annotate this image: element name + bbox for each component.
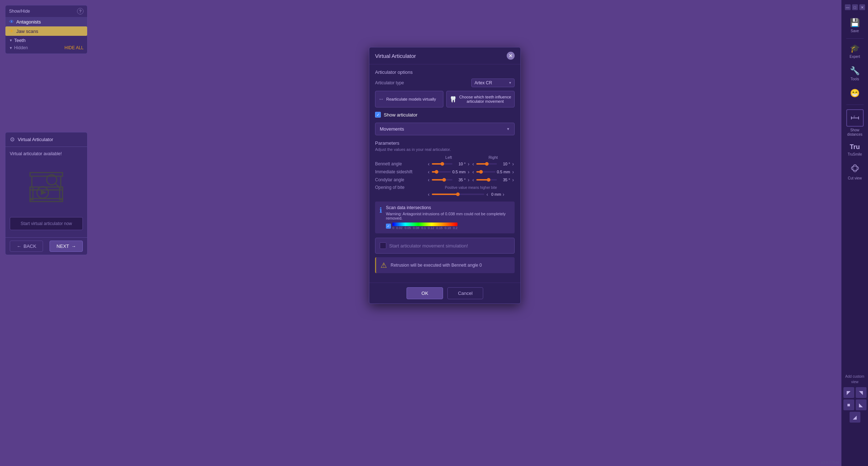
warning-icon: ⚠ [380,261,387,270]
condylar-right-inc[interactable]: › [511,177,515,183]
tru-smile-tool[interactable]: Tru TruSmile [843,140,867,160]
opening-bite-arr-dec[interactable]: ‹ [486,191,489,197]
va-card-header: ⚙ Virtual Articulator [5,132,87,147]
movements-chevron: ▼ [506,127,510,131]
ok-button[interactable]: OK [407,287,443,299]
bennett-left-inc[interactable]: › [467,161,470,167]
sim-checkbox [380,242,386,249]
scan-checkbox[interactable]: ✓ [386,224,391,229]
save-tool[interactable]: 💾 Save [843,14,867,37]
va-dialog: Virtual Articulator ✕ Articulator option… [369,47,521,304]
sideshift-right-inc[interactable]: › [511,169,515,175]
cut-view-tool[interactable]: Cut view [843,160,867,184]
toolbar-divider-1 [846,38,864,39]
cut-view-label: Cut view [848,176,861,181]
right-toolbar: — □ ✕ 💾 Save 🎓 Expert 🔧 Tools 😁 d Show d… [841,0,868,466]
restore-button[interactable]: □ [852,4,858,10]
antagonists-item[interactable]: 👁 Antagonists [5,17,87,26]
va-dialog-title: Virtual Articulator [375,53,416,59]
hidden-label: Hidden [14,45,28,50]
show-distances-tool[interactable]: d Show distances [842,106,868,140]
hide-all-button[interactable]: HIDE ALL [64,45,84,50]
start-va-button[interactable]: Start virtual articulator now [10,217,83,230]
face-tool[interactable]: 😁 [843,85,867,103]
show-articulator-label: Show articulator [384,112,417,118]
va-dialog-close-button[interactable]: ✕ [507,52,515,60]
next-button[interactable]: NEXT → [50,241,83,252]
jaw-scans-item[interactable]: 👁 Jaw scans [5,26,87,36]
nav-cube-icon-5[interactable]: ◢ [850,412,860,423]
teeth-chevron: ▼ [9,38,13,42]
tru-smile-label: TruSmile [848,152,862,157]
hidden-chevron: ▼ [9,46,13,50]
svg-point-15 [851,166,859,170]
panel-header: Show/Hide ? [5,5,87,17]
expert-icon: 🎓 [850,44,860,53]
nav-cube-icon-3[interactable]: ■ [843,399,854,410]
va-dialog-header: Virtual Articulator ✕ [369,47,520,64]
articulator-type-select[interactable]: Artex CR [471,79,515,87]
simulation-button[interactable]: Start articulator movement simulation! [375,238,515,254]
condylar-right-slider[interactable]: ‹ 35 ° › [472,177,515,183]
articulator-type-label: Articulator type [375,80,404,85]
col-right-header: Right [472,155,515,160]
condylar-label: Condylar angle [375,177,426,182]
nav-cube-icon-1[interactable]: ◤ [843,387,854,398]
bennett-right-dec[interactable]: ‹ [472,161,475,167]
sideshift-left-dec[interactable]: ‹ [427,169,430,175]
help-button[interactable]: ? [77,8,84,14]
condylar-left-dec[interactable]: ‹ [427,177,430,183]
bennett-left-slider[interactable]: ‹ 10 ° › [427,161,470,167]
cut-view-icon [851,164,859,175]
opening-bite-dec[interactable]: ‹ [427,191,430,197]
choose-teeth-button[interactable]: 🦷 Choose which teeth influence articulat… [446,91,515,107]
close-button[interactable]: ✕ [859,4,865,10]
teeth-section: ▼ Teeth [5,36,87,44]
sideshift-row: Immediate sideshift ‹ 0.5 mm › ‹ 0.5 mm … [375,169,515,175]
condylar-right-dec[interactable]: ‹ [472,177,475,183]
nav-cube-icon-4[interactable]: ◣ [856,399,867,410]
opening-bite-slider[interactable]: ‹ [427,191,484,197]
condylar-left-inc[interactable]: › [467,177,470,183]
tree-section: 👁 Antagonists 👁 Jaw scans [5,17,87,36]
scan-intersections: ℹ Scan data intersections Warning: Antag… [375,202,515,233]
sideshift-right-slider[interactable]: ‹ 0.5 mm › [472,169,515,175]
show-distances-label: Show distances [843,128,867,137]
condylar-left-slider[interactable]: ‹ 35 ° › [427,177,470,183]
bennett-left-dec[interactable]: ‹ [427,161,430,167]
next-arrow-icon: → [71,243,76,249]
va-available-text: Virtual articulator available! [10,151,62,156]
nav-cube-icon-2[interactable]: ◥ [856,387,867,398]
bennett-angle-row: Bennett angle ‹ 10 ° › ‹ 10 ° › [375,161,515,167]
opening-bite-arr-inc[interactable]: › [502,191,505,197]
tools-icon: 🔧 [850,66,860,76]
svg-point-16 [853,165,857,172]
rearticulate-button[interactable]: ↔ Rearticulate models virtually [375,91,443,107]
cancel-button[interactable]: Cancel [447,287,483,299]
eye-icon-antagonists: 👁 [9,19,14,25]
svg-rect-3 [30,199,63,202]
svg-text:d: d [854,115,855,118]
expert-tool[interactable]: 🎓 Expert [843,40,867,63]
movements-dropdown[interactable]: Movements ▼ [375,123,515,135]
sideshift-left-slider[interactable]: ‹ 0.5 mm › [427,169,470,175]
back-button[interactable]: ← BACK [10,241,43,252]
choose-teeth-icon: 🦷 [450,96,457,103]
parameters-title: Parameters [375,140,515,146]
sideshift-right-dec[interactable]: ‹ [472,169,475,175]
articulator-type-row: Articulator type Artex CR [375,79,515,87]
sideshift-left-inc[interactable]: › [467,169,470,175]
articulator-options-title: Articulator options [375,69,515,75]
color-gradient [392,223,458,226]
show-articulator-checkbox[interactable]: ✓ [375,112,381,118]
face-icon: 😁 [850,89,860,98]
tools-tool[interactable]: 🔧 Tools [843,63,867,85]
svg-rect-1 [30,187,33,200]
hidden-row: ▼ Hidden HIDE ALL [5,44,87,51]
action-buttons: ↔ Rearticulate models virtually 🦷 Choose… [375,91,515,107]
bennett-right-inc[interactable]: › [511,161,515,167]
bennett-right-slider[interactable]: ‹ 10 ° › [472,161,515,167]
add-custom-view-label[interactable]: Add custom view [845,374,864,384]
minimize-button[interactable]: — [845,4,851,10]
back-arrow-icon: ← [17,243,21,249]
